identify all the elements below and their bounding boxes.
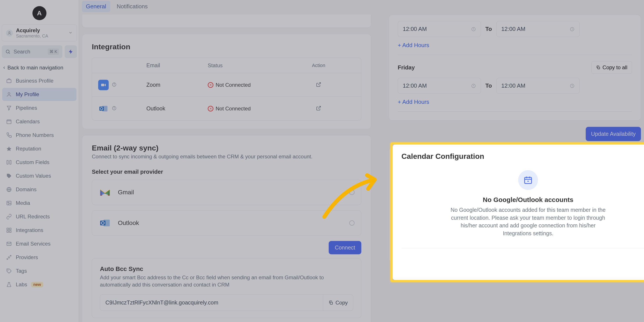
tag-icon [6,173,12,179]
nav-list: Business Profile My Profile Pipelines Ca… [0,74,79,292]
tabs: General Notifications [79,0,644,15]
copy-button[interactable]: Copy [323,294,353,310]
copy-to-all-button[interactable]: Copy to all [592,61,632,74]
auto-bcc-section: Auto Bcc Sync Add your smart Bcc address… [92,258,361,318]
external-link-icon [316,82,321,87]
nav-calendars[interactable]: Calendars [2,115,76,128]
row-app-outlook: Outlook [146,105,208,112]
svg-marker-29 [105,84,106,86]
bolt-icon [68,49,74,54]
thursday-to-input[interactable]: 12:00 AM [496,21,580,37]
radio-outlook[interactable] [349,220,354,226]
auto-bcc-desc: Add your smart Bcc address to the Cc or … [100,274,353,288]
back-to-main-nav[interactable]: Back to main navigation [0,62,79,73]
globe-icon [6,187,12,192]
org-selector[interactable]: Acquirely Sacramento, CA [2,24,77,42]
star-icon [6,146,12,152]
svg-point-25 [7,258,8,259]
svg-point-39 [114,107,114,107]
svg-rect-3 [7,80,11,83]
tab-general[interactable]: General [82,1,110,12]
svg-point-32 [114,83,114,84]
svg-rect-11 [7,160,8,164]
flask-icon [6,282,12,288]
nav-business-profile[interactable]: Business Profile [2,74,76,88]
svg-point-26 [8,270,8,270]
svg-rect-21 [10,231,11,232]
nav-url-redirects[interactable]: URL Redirects [2,210,76,223]
tags-icon [6,268,12,274]
divider [398,112,632,112]
prev-card-stub [82,15,371,28]
info-icon[interactable] [112,106,116,112]
friday-from-input[interactable]: 12:00 AM [398,78,481,94]
nav-tags[interactable]: Tags [2,264,76,278]
connect-button[interactable]: Connect [329,241,361,254]
search-kbd: ⌘ K [48,48,59,55]
nav-providers[interactable]: Providers [2,251,76,264]
friday-to-input[interactable]: 12:00 AM [496,78,580,94]
svg-point-23 [8,257,10,258]
briefcase-icon [6,78,12,84]
bcc-field: C9IJmczTztRlFycXNlnT@link.goacquirely.co… [100,294,353,311]
outlook-icon [98,104,109,114]
not-connected-icon: ✕ [208,82,214,88]
nav-custom-fields[interactable]: Custom Fields [2,156,76,169]
filter-icon [6,105,12,111]
svg-rect-18 [7,228,8,230]
calendar-icon [6,119,12,124]
svg-rect-55 [524,178,532,184]
tab-notifications[interactable]: Notifications [113,1,152,12]
phone-icon [6,132,12,138]
row-status-outlook: Not Connected [216,106,251,112]
nav-custom-values[interactable]: Custom Values [2,169,76,182]
add-hours-friday[interactable]: + Add Hours [398,98,632,105]
chevron-down-icon [68,30,73,36]
thursday-from-input[interactable]: 12:00 AM [398,21,481,37]
col-status: Status [208,62,223,68]
update-availability-button[interactable]: Update Availability [586,127,641,141]
svg-rect-6 [7,120,11,124]
svg-point-4 [8,92,10,94]
provider-gmail[interactable]: Gmail [92,180,361,205]
new-badge: new [31,282,43,288]
zoom-action-link[interactable] [316,82,321,88]
nav-domains[interactable]: Domains [2,183,76,196]
logo-wrap: A [0,0,79,24]
search-input[interactable]: Search ⌘ K [2,45,62,58]
add-hours-thursday[interactable]: + Add Hours [398,42,632,49]
nav-email-services[interactable]: Email Services [2,237,76,250]
quick-action-button[interactable] [65,45,77,58]
nav-media[interactable]: Media [2,196,76,210]
select-provider-label: Select your email provider [92,168,361,175]
org-icon [6,30,13,36]
not-connected-icon: ✕ [208,106,214,112]
chevron-left-icon [2,66,6,70]
nav-integrations[interactable]: Integrations [2,224,76,237]
org-name: Acquirely [16,28,65,34]
svg-point-1 [6,50,9,53]
bcc-address[interactable]: C9IJmczTztRlFycXNlnT@link.goacquirely.co… [100,294,323,310]
nav-reputation[interactable]: Reputation [2,142,76,155]
nav-my-profile[interactable]: My Profile [2,88,76,101]
nav-pipelines[interactable]: Pipelines [2,102,76,114]
search-icon [5,49,10,54]
grid-icon [6,227,12,233]
outlook-action-link[interactable] [316,106,321,112]
copy-icon [596,65,600,70]
outlook-icon [98,217,111,229]
org-text: Acquirely Sacramento, CA [16,28,65,38]
provider-gmail-label: Gmail [118,189,343,196]
svg-line-33 [318,82,320,85]
integration-row-zoom: Zoom ✕Not Connected [92,73,361,96]
mail-icon [6,241,12,247]
provider-outlook[interactable]: Outlook [92,210,361,236]
svg-point-17 [8,202,9,203]
nav-phone-numbers[interactable]: Phone Numbers [2,128,76,142]
nav-labs[interactable]: Labsnew [2,278,76,291]
svg-rect-12 [10,160,11,164]
copy-icon [328,300,333,305]
clock-icon [471,27,476,32]
info-icon[interactable] [112,82,116,88]
radio-gmail[interactable] [349,190,354,195]
